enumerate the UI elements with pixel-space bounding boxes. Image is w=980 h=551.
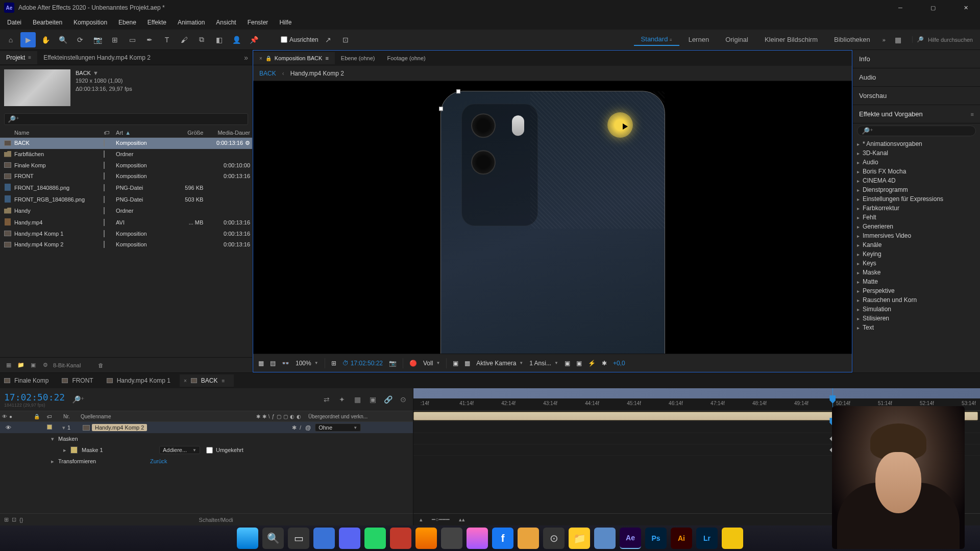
breadcrumb-current[interactable]: Handy.mp4 Komp 2 — [290, 70, 344, 77]
effect-category[interactable]: ▸Immersives Video — [855, 231, 978, 240]
project-item[interactable]: Finale Komp Komposition 0:00:10:00 — [0, 160, 252, 171]
pan-behind-tool[interactable]: ⊞ — [107, 32, 122, 47]
effect-category[interactable]: ▸Keys — [855, 259, 978, 268]
workspace-kleiner[interactable]: Kleiner Bildschirm — [757, 34, 825, 45]
sw-2-icon[interactable]: ƒ — [272, 414, 275, 419]
sw-5-icon[interactable]: ◐ — [290, 414, 295, 419]
menu-bearbeiten[interactable]: Bearbeiten — [28, 17, 67, 28]
effect-category[interactable]: ▸Audio — [855, 158, 978, 167]
effect-category[interactable]: ▸Keying — [855, 249, 978, 259]
sw-1-icon[interactable]: \ — [268, 414, 270, 419]
pickwhip-icon[interactable]: @ — [305, 424, 311, 431]
taskbar-whatsapp[interactable] — [364, 528, 386, 549]
label-tag[interactable] — [104, 139, 105, 146]
tl-tool-1-icon[interactable]: ⇄ — [321, 395, 332, 404]
menu-animation[interactable]: Animation — [173, 17, 210, 28]
tl-zoom-out-icon[interactable]: ▴ — [420, 516, 423, 523]
tab-ebene[interactable]: Ebene (ohne) — [335, 52, 381, 64]
effect-category[interactable]: ▸Maske — [855, 268, 978, 277]
shape-tool[interactable]: ▭ — [125, 32, 140, 47]
effect-category[interactable]: ▸* Animationsvorgaben — [855, 139, 978, 148]
label-tag[interactable] — [104, 230, 105, 237]
tl-tool-4-icon[interactable]: ▣ — [367, 395, 378, 404]
expand-layer-icon[interactable]: ▾ — [62, 424, 65, 431]
lock-icon[interactable]: 🔒 — [265, 56, 272, 61]
project-item[interactable]: Handy.mp4 Komp 1 Komposition 0:00:13:16 — [0, 229, 252, 240]
panel-vorschau[interactable]: Vorschau — [853, 87, 980, 105]
label-tag[interactable] — [104, 196, 105, 203]
taskbar-app-blue[interactable] — [313, 528, 335, 549]
zoom-level[interactable]: 100%▼ — [295, 360, 320, 367]
resolution-select[interactable]: Voll▼ — [422, 360, 441, 367]
tl-tool-6-icon[interactable]: ⊙ — [398, 395, 409, 404]
expand-maske1-icon[interactable]: ▸ — [63, 447, 66, 454]
expand-transform-icon[interactable]: ▸ — [51, 458, 54, 465]
label-tag[interactable] — [104, 207, 105, 214]
tl-tool-3-icon[interactable]: ▦ — [352, 395, 363, 404]
hand-tool[interactable]: ✋ — [38, 32, 53, 47]
selection-handle[interactable] — [439, 107, 443, 111]
taskbar-lightroom[interactable]: Lr — [696, 528, 718, 549]
effect-category[interactable]: ▸Boris FX Mocha — [855, 167, 978, 176]
col-nr-header[interactable]: Nr. — [60, 414, 81, 419]
workspace-overflow[interactable]: » — [879, 37, 889, 43]
effect-category[interactable]: ▸Dienstprogramm — [855, 185, 978, 194]
taskbar-app-purple[interactable] — [339, 528, 360, 549]
timeline-search[interactable]: 🔎⁺ — [72, 395, 84, 404]
panel-effekte[interactable]: Effekte und Vorgaben≡ — [853, 105, 980, 123]
workspace-panel-icon[interactable]: ▦ — [891, 32, 906, 47]
effects-search-input[interactable]: 🔎⁺ — [857, 126, 976, 136]
label-tag[interactable] — [104, 241, 105, 248]
transparency-icon[interactable]: ▦ — [463, 360, 471, 367]
reset-transform-link[interactable]: Zurück — [150, 458, 167, 464]
effect-category[interactable]: ▸Einstellungen für Expressions — [855, 194, 978, 204]
effect-category[interactable]: ▸Matte — [855, 277, 978, 286]
solo-header-icon[interactable]: ● — [9, 414, 12, 419]
taskbar-notepad[interactable] — [594, 528, 616, 549]
taskbar-explorer[interactable]: 📁 — [569, 528, 590, 549]
masken-group[interactable]: ▾ Masken — [0, 433, 413, 444]
tab-effekteinstellungen[interactable]: Effekteinstellungen Handy.mp4 Komp 2 — [37, 51, 157, 64]
col-quellenname-header[interactable]: Quellenname — [81, 414, 224, 419]
col-size-header[interactable]: Größe — [177, 130, 208, 136]
viewer-timecode[interactable]: ⏱ 17:02:50:22 — [341, 360, 384, 367]
selection-tool[interactable]: ▶ — [20, 32, 36, 47]
sw-fx-icon[interactable]: ✱ — [262, 414, 266, 419]
sw-4-icon[interactable]: ▢ — [283, 414, 288, 419]
exposure-value[interactable]: +0,0 — [612, 360, 626, 367]
label-color-header-icon[interactable]: 🏷 — [47, 414, 52, 419]
vf-grid-icon[interactable]: ⊞ — [330, 360, 337, 367]
taskbar-taskview[interactable]: ▭ — [288, 528, 309, 549]
taskbar-search[interactable]: 🔍 — [262, 528, 284, 549]
new-folder-icon[interactable]: 📁 — [16, 361, 26, 370]
project-item[interactable]: Handy.mp4 Komp 2 Komposition 0:00:13:16 — [0, 239, 252, 251]
close-tab-icon[interactable]: × — [184, 378, 187, 384]
eye-header-icon[interactable]: 👁 — [2, 414, 7, 419]
snap-options-icon[interactable]: ↗ — [321, 32, 336, 47]
col-name-header[interactable]: Name — [12, 130, 104, 136]
snapshot-icon[interactable]: 📷 — [388, 360, 398, 367]
brush-tool[interactable]: 🖌 — [177, 32, 192, 47]
snap-grid-icon[interactable]: ⊡ — [338, 32, 353, 47]
effect-category[interactable]: ▸Simulation — [855, 305, 978, 314]
current-timecode[interactable]: 17:02:50:22 — [4, 392, 65, 403]
workspace-bibliotheken[interactable]: Bibliotheken — [827, 34, 877, 45]
effect-category[interactable]: ▸3D-Kanal — [855, 148, 978, 158]
panel-overflow-icon[interactable]: » — [244, 54, 248, 62]
vf-renderer-icon[interactable]: ▣ — [575, 360, 583, 367]
zoom-tool[interactable]: 🔍 — [55, 32, 70, 47]
new-comp-icon[interactable]: ▣ — [29, 361, 38, 370]
channel-icon[interactable]: 🔴 — [408, 360, 418, 367]
roi-icon[interactable]: ▣ — [452, 360, 459, 367]
clone-tool[interactable]: ⧉ — [194, 32, 209, 47]
tl-ft-1-icon[interactable]: ⊞ — [4, 516, 9, 523]
vf-exposure-icon[interactable]: ✱ — [601, 360, 608, 367]
sw-shy-icon[interactable]: ✱ — [256, 414, 260, 419]
timeline-tab-finale[interactable]: Finale Komp — [0, 374, 58, 387]
label-tag[interactable] — [104, 151, 105, 158]
menu-fenster[interactable]: Fenster — [242, 17, 274, 28]
transform-group[interactable]: ▸ Transformieren Zurück — [0, 456, 413, 467]
label-tag[interactable] — [104, 219, 105, 226]
effect-category[interactable]: ▸Farbkorrektur — [855, 204, 978, 213]
label-tag[interactable] — [104, 184, 105, 191]
